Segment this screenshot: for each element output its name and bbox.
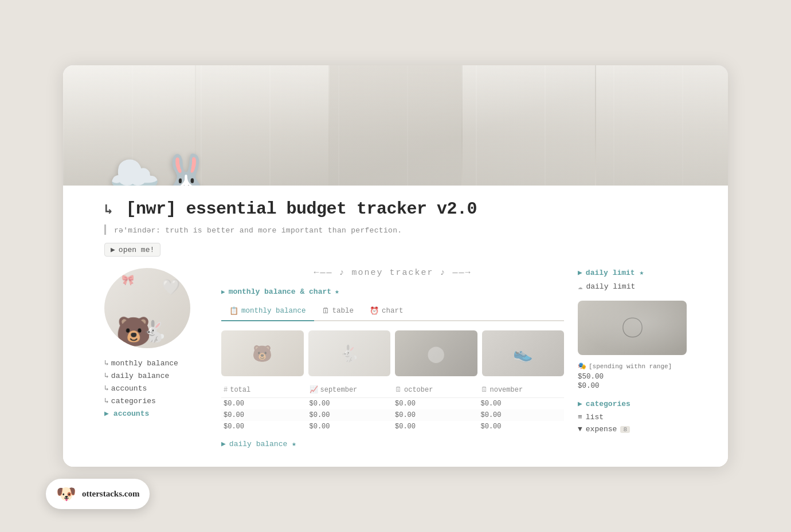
- expense-label: expense: [586, 425, 617, 434]
- page-title-text: [nwr] essential budget tracker v2.0: [126, 199, 477, 219]
- heart-icon: 🤍: [162, 278, 180, 296]
- panel-3: [330, 65, 461, 186]
- nav-label-accounts: accounts: [111, 384, 147, 393]
- col-header-november: 🗓 november: [481, 385, 562, 394]
- expense-badge: 8: [620, 426, 630, 433]
- open-me-button[interactable]: ▶ open me!: [104, 243, 160, 257]
- nav-item-monthly-balance[interactable]: ↳ monthly balance: [104, 358, 207, 368]
- daily-limit-label: ☁ daily limit: [578, 282, 687, 291]
- tab-monthly-balance[interactable]: 📋 monthly balance: [221, 303, 314, 321]
- section-toggle-monthly[interactable]: ▶ monthly balance & chart ★: [221, 287, 564, 296]
- sidebar-image-placeholder: 〇: [621, 312, 644, 344]
- data-table: # total 📈 september 🗓 october 🗓: [221, 385, 564, 432]
- categories-toggle[interactable]: ▶ categories: [578, 399, 687, 408]
- images-grid: 🐻 🐇 ⬤ 👟: [221, 330, 564, 376]
- col-icon-sept: 📈: [310, 385, 318, 394]
- expand-arrow: ▼: [578, 425, 582, 434]
- cloud-icon: ☁: [578, 282, 582, 291]
- daily-limit-toggle[interactable]: ▶ daily limit ★: [578, 268, 687, 277]
- daily-limit-text: daily limit: [586, 282, 635, 291]
- nav-item-accounts[interactable]: ↳ accounts: [104, 384, 207, 393]
- reminder-block: rə'mindər: truth is better and more impo…: [104, 224, 687, 235]
- col-header-october: 🗓 october: [395, 385, 476, 394]
- daily-balance-toggle[interactable]: ▶ daily balance ★: [221, 439, 564, 448]
- mascot-emoji: 🐰☁️: [109, 156, 212, 186]
- cell-total-1: $0.00: [224, 400, 305, 408]
- star-icon: ★: [335, 287, 339, 296]
- right-sidebar-image: 〇: [578, 301, 687, 355]
- tabs-row: 📋 monthly balance 🗓 table ⏰ chart: [221, 303, 564, 321]
- image-card-4: 👟: [482, 330, 565, 376]
- section-triangle-icon: ▶: [221, 288, 225, 295]
- nav-item-daily-balance[interactable]: ↳ daily balance: [104, 371, 207, 380]
- spending-high: $50.00: [578, 373, 687, 381]
- nav-label-categories: categories: [111, 397, 156, 405]
- categories-section: ▶ categories ≡ list ▼ expense 8: [578, 399, 687, 434]
- center-content: ←—— ♪ money tracker ♪ ——→ ▶ monthly bala…: [221, 268, 564, 448]
- money-tracker-header: ←—— ♪ money tracker ♪ ——→: [221, 268, 564, 278]
- arrow-icon: ↳: [104, 202, 112, 218]
- img-placeholder-3: ⬤: [395, 330, 477, 376]
- app-window: 🐰☁️ ↳ [nwr] essential budget tracker v2.…: [63, 65, 728, 467]
- otter-icon: 🐶: [56, 484, 76, 503]
- cell-total-2: $0.00: [224, 411, 305, 419]
- cell-sept-2: $0.00: [310, 411, 391, 419]
- nav-arrow-1: ↳: [104, 358, 109, 368]
- left-sidebar: 🐻 🐇 🤍 🎀 ↳ monthly balance ↳ daily balanc: [104, 268, 207, 418]
- triangle-toggle-icon: ▶: [104, 409, 109, 418]
- list-icon: ≡: [578, 413, 582, 421]
- cell-sept-1: $0.00: [310, 400, 391, 408]
- cell-oct-1: $0.00: [395, 400, 476, 408]
- col-label-october: october: [404, 386, 433, 394]
- three-col-layout: 🐻 🐇 🤍 🎀 ↳ monthly balance ↳ daily balanc: [104, 268, 687, 448]
- tab-table[interactable]: 🗓 table: [314, 303, 362, 321]
- triangle-icon: ▶: [111, 245, 115, 254]
- col-icon-total: #: [224, 386, 228, 394]
- categories-label: categories: [586, 400, 631, 408]
- table-row: $0.00 $0.00 $0.00 $0.00: [221, 421, 564, 432]
- table-row: $0.00 $0.00 $0.00 $0.00: [221, 409, 564, 421]
- expense-row: ▼ expense 8: [578, 425, 687, 434]
- tab-chart[interactable]: ⏰ chart: [362, 303, 412, 321]
- reminder-text: rə'mindər: truth is better and more impo…: [114, 226, 402, 235]
- data-table-rows: $0.00 $0.00 $0.00 $0.00 $0.00 $0.00 $0.0…: [221, 398, 564, 432]
- spending-label-text: [spending withn range]: [589, 363, 672, 370]
- categories-tri: ▶: [578, 399, 582, 408]
- daily-limit-tri: ▶: [578, 268, 582, 277]
- nav-item-categories[interactable]: ↳ categories: [104, 396, 207, 405]
- nav-item-accounts-toggle[interactable]: ▶ accounts: [104, 409, 207, 418]
- tab-monthly-balance-label: monthly balance: [241, 307, 306, 315]
- panel-4: [463, 65, 594, 186]
- col-label-november: november: [490, 386, 523, 394]
- col-header-total: # total: [224, 385, 305, 394]
- nav-arrow-2: ↳: [104, 371, 109, 380]
- spending-label: 🎭 [spending withn range]: [578, 362, 687, 371]
- cell-nov-1: $0.00: [481, 400, 562, 408]
- cell-oct-2: $0.00: [395, 411, 476, 419]
- spending-emoji: 🎭: [578, 362, 586, 371]
- cell-oct-3: $0.00: [395, 423, 476, 431]
- cell-total-3: $0.00: [224, 423, 305, 431]
- content-area: ↳ [nwr] essential budget tracker v2.0 rə…: [63, 186, 728, 467]
- table-tab-icon: 🗓: [322, 307, 330, 316]
- tab-table-label: table: [332, 307, 354, 315]
- tab-chart-label: chart: [382, 307, 404, 315]
- stuffed-animal-right: 🐇: [142, 320, 167, 344]
- col-icon-oct: 🗓: [395, 385, 402, 394]
- otter-brand-text: otterstacks.com: [82, 489, 139, 499]
- col-header-september: 📈 september: [310, 385, 391, 394]
- bow-icon: 🎀: [122, 274, 134, 286]
- img-placeholder-2: 🐇: [308, 330, 391, 376]
- open-me-label: open me!: [119, 246, 154, 254]
- header-banner: 🐰☁️: [63, 65, 728, 186]
- col-label-september: september: [320, 386, 358, 394]
- daily-balance-label: daily balance ★: [229, 439, 296, 448]
- table-row: $0.00 $0.00 $0.00 $0.00: [221, 398, 564, 409]
- panel-5: [596, 65, 728, 186]
- otter-badge: 🐶 otterstacks.com: [46, 479, 150, 509]
- nav-arrow-3: ↳: [104, 384, 109, 393]
- list-label: ≡ list: [578, 413, 687, 421]
- nav-label-accounts-bold: accounts: [113, 409, 149, 418]
- img-placeholder-1: 🐻: [221, 330, 304, 376]
- avatar-image: 🐻 🐇 🤍 🎀: [104, 268, 190, 348]
